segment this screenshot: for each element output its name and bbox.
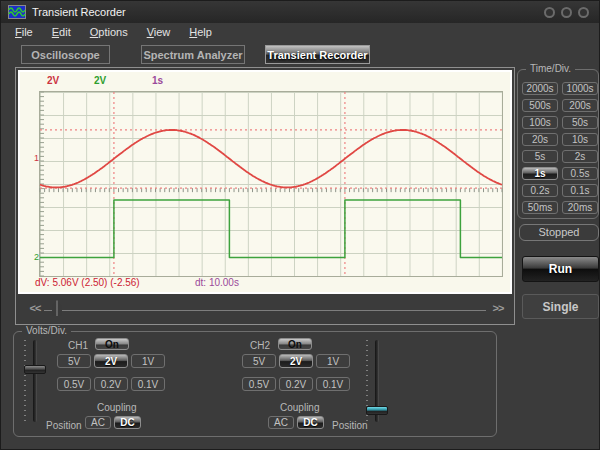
timediv-button[interactable]: 500s [522,99,558,112]
ch1-position-handle[interactable] [24,365,46,374]
timediv-button[interactable]: 2s [562,150,598,163]
readout-dv: dV: 5.06V (2.50) (-2.56) [35,277,140,288]
scope-panel: 2V 2V 1s 1 2 dV: 5.06V (2.50) (-2.56) dt… [18,70,512,294]
ch1-zero-marker: 1 [31,153,39,163]
time-scale-label: 1s [152,75,163,86]
maximize-button[interactable] [561,7,572,18]
volts-div-group: Volts/Div. CH1 On 5V 2V 1V 0.5V 0.2V 0.1… [13,331,497,437]
scope-container: 2V 2V 1s 1 2 dV: 5.06V (2.50) (-2.56) dt… [15,67,515,325]
ch1-slider-ticks [24,340,26,422]
timediv-button[interactable]: 100s [522,116,558,129]
ch2-coupling-dc-button[interactable]: DC [297,416,324,429]
scope-plot[interactable]: 1 2 [39,91,503,277]
scroll-track[interactable] [44,310,486,311]
timediv-button[interactable]: 2000s [522,82,558,95]
ch2-zero-marker: 2 [31,252,39,262]
menu-help[interactable]: Help [185,25,216,41]
menu-options-rest: ptions [98,26,127,38]
ch2-coupling-ac-button[interactable]: AC [268,416,294,429]
timediv-button-active[interactable]: 1s [522,167,558,180]
ch1-coupling-label: Coupling [97,402,136,413]
scroll-right-button[interactable]: >> [489,301,507,315]
ch2-scale-05v-button[interactable]: 0.5V [242,377,276,391]
ch2-on-button[interactable]: On [278,338,312,350]
tab-spectrum-analyzer[interactable]: Spectrum Analyzer [141,45,245,64]
window-title: Transient Recorder [32,6,126,18]
app-window: Transient Recorder File Edit Options Vie… [0,0,600,450]
ch2-scale-01v-button[interactable]: 0.1V [316,377,350,391]
ch2-coupling-label: Coupling [280,402,319,413]
menu-edit[interactable]: Edit [48,25,75,41]
menu-file-key: F [15,26,22,38]
scope-scrollbar: << >> [18,298,512,324]
menu-options[interactable]: Options [86,25,132,41]
timediv-button[interactable]: 0.1s [562,184,598,197]
waveform-svg [40,92,502,276]
ch1-scale-02v-button[interactable]: 0.2V [94,377,128,391]
menu-help-rest: elp [197,26,212,38]
timediv-button[interactable]: 50s [562,116,598,129]
timediv-button[interactable]: 20ms [562,201,598,214]
ch1-scale-label: 2V [47,75,59,86]
ch2-scale-label: 2V [94,75,106,86]
timediv-button[interactable]: 10s [562,133,598,146]
readout-dt: dt: 10.00s [195,277,239,288]
ch1-position-slider[interactable] [33,340,37,422]
timediv-button[interactable]: 200s [562,99,598,112]
ch1-scale-05v-button[interactable]: 0.5V [57,377,91,391]
ch1-coupling-dc-button[interactable]: DC [114,416,141,429]
timediv-button[interactable]: 0.2s [522,184,558,197]
timediv-button[interactable]: 20s [522,133,558,146]
timediv-button[interactable]: 1000s [562,82,598,95]
time-div-title: Time/Div. [526,63,575,74]
scope-scale-labels: 2V 2V 1s [39,75,510,89]
ch1-label: CH1 [68,340,88,351]
menu-file-rest: ile [22,26,33,38]
ch2-scale-1v-button[interactable]: 1V [316,354,350,368]
app-icon [8,5,26,19]
minimize-button[interactable] [544,7,555,18]
timediv-button[interactable]: 0.5s [562,167,598,180]
ch2-scale-5v-button[interactable]: 5V [242,354,276,368]
menu-view[interactable]: View [143,25,175,41]
volts-div-title: Volts/Div. [22,325,71,336]
cursor-readout: dV: 5.06V (2.50) (-2.56) dt: 10.00s [35,277,506,290]
scroll-handle[interactable] [52,300,62,316]
ch2-position-handle[interactable] [366,406,388,415]
ch1-scale-5v-button[interactable]: 5V [57,354,91,368]
ch1-on-button[interactable]: On [95,338,129,350]
ch2-label: CH2 [250,340,270,351]
run-button[interactable]: Run [522,256,599,282]
timediv-button[interactable]: 50ms [522,201,558,214]
title-bar: Transient Recorder [1,1,599,23]
ch2-scale-02v-button[interactable]: 0.2V [279,377,313,391]
tab-oscilloscope[interactable]: Oscilloscope [21,45,110,64]
timediv-button[interactable]: 5s [522,150,558,163]
menu-bar: File Edit Options View Help [11,25,216,41]
ch2-position-label: Position [332,420,368,431]
ch2-scale-2v-button[interactable]: 2V [279,354,313,368]
ch1-scale-2v-button[interactable]: 2V [94,354,128,368]
menu-edit-rest: dit [59,26,71,38]
ch1-scale-1v-button[interactable]: 1V [131,354,165,368]
menu-view-key: V [147,26,154,38]
menu-file[interactable]: File [11,25,37,41]
menu-edit-key: E [52,26,59,38]
menu-view-rest: iew [154,26,171,38]
menu-options-key: O [90,26,99,38]
time-div-group: Time/Div. 2000s 1000s 500s 200s 100s 50s… [517,69,599,219]
status-badge: Stopped [519,224,599,241]
ch1-position-label: Position [46,420,82,431]
close-button[interactable] [578,7,589,18]
tab-transient-recorder[interactable]: Transient Recorder [265,45,370,64]
single-button[interactable]: Single [522,294,599,319]
ch1-scale-01v-button[interactable]: 0.1V [131,377,165,391]
scroll-left-button[interactable]: << [26,301,44,315]
window-controls [544,7,589,18]
ch1-coupling-ac-button[interactable]: AC [85,416,111,429]
